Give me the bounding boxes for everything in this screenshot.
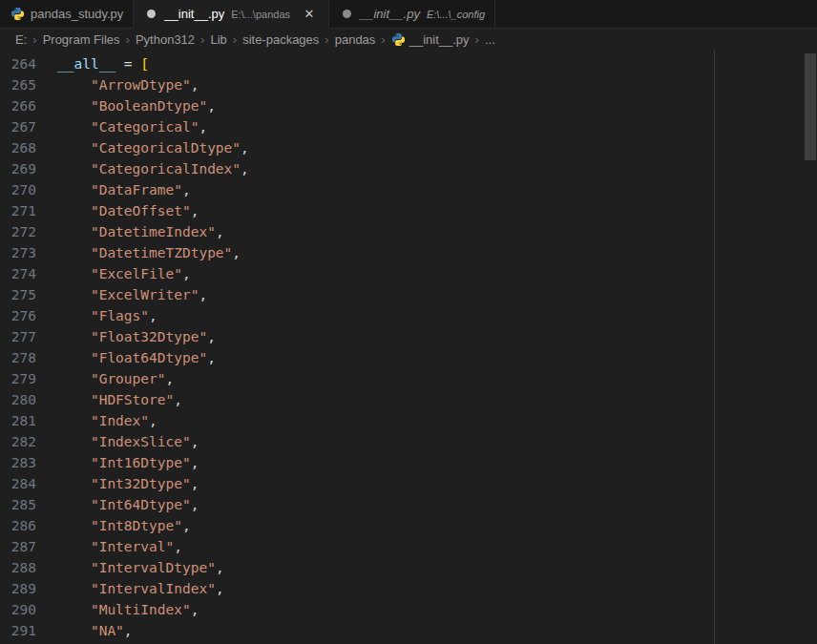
token-string: "Int8Dtype" xyxy=(91,518,182,533)
line-number[interactable]: 289 xyxy=(0,578,36,599)
line-number[interactable]: 284 xyxy=(0,473,36,494)
tab-detail: E:\...\_config xyxy=(427,9,485,20)
breadcrumb-item[interactable]: __init__.py xyxy=(389,32,471,47)
code-line[interactable]: 281 "Index", xyxy=(0,410,817,431)
line-number[interactable]: 265 xyxy=(0,74,36,95)
token-string: "DateOffset" xyxy=(91,203,191,218)
line-number[interactable]: 282 xyxy=(0,431,36,452)
code-line[interactable]: 275 "ExcelWriter", xyxy=(0,284,817,305)
tab-label: __init__.py xyxy=(164,7,224,21)
breadcrumb-label: site-packages xyxy=(242,32,319,47)
token-string: "IndexSlice" xyxy=(91,434,191,449)
token-plain: , xyxy=(232,245,241,260)
line-number[interactable]: 267 xyxy=(0,116,36,137)
line-number[interactable]: 290 xyxy=(0,599,36,620)
token-plain xyxy=(57,119,91,135)
code-text: "CategoricalDtype", xyxy=(36,137,249,158)
code-line[interactable]: 290 "MultiIndex", xyxy=(0,599,817,620)
code-text: "ArrowDtype", xyxy=(36,74,199,95)
breadcrumb-item[interactable]: Python312 xyxy=(134,32,197,47)
code-line[interactable]: 266 "BooleanDtype", xyxy=(0,95,817,116)
scrollbar-thumb[interactable] xyxy=(805,53,816,160)
line-number[interactable]: 272 xyxy=(0,221,36,242)
chevron-right-icon: › xyxy=(197,32,208,47)
code-line[interactable]: 291 "NA", xyxy=(0,620,817,641)
line-number[interactable]: 291 xyxy=(0,620,36,641)
line-number[interactable]: 273 xyxy=(0,242,36,263)
token-plain: , xyxy=(191,434,199,449)
scrollbar[interactable] xyxy=(804,50,817,644)
code-line[interactable]: 283 "Int16Dtype", xyxy=(0,452,817,473)
line-number[interactable]: 280 xyxy=(0,389,36,410)
code-line[interactable]: 289 "IntervalIndex", xyxy=(0,578,817,599)
token-plain xyxy=(57,560,91,575)
breadcrumb-item[interactable]: Lib xyxy=(208,32,228,47)
code-line[interactable]: 273 "DatetimeTZDtype", xyxy=(0,242,817,263)
code-line[interactable]: 276 "Flags", xyxy=(0,305,817,326)
token-plain xyxy=(57,350,91,365)
breadcrumb-item[interactable]: ... xyxy=(483,32,497,47)
code-line[interactable]: 287 "Interval", xyxy=(0,536,817,557)
code-line[interactable]: 280 "HDFStore", xyxy=(0,389,817,410)
close-icon[interactable]: ✕ xyxy=(300,5,319,24)
line-number[interactable]: 274 xyxy=(0,263,36,284)
tab-init-py-pandas[interactable]: __init__.py E:\...\pandas ✕ xyxy=(134,0,329,29)
line-number[interactable]: 271 xyxy=(0,200,36,221)
code-text: "Flags", xyxy=(36,305,157,326)
line-number[interactable]: 276 xyxy=(0,305,36,326)
code-line[interactable]: 285 "Int64Dtype", xyxy=(0,494,817,515)
code-line[interactable]: 272 "DatetimeIndex", xyxy=(0,221,817,242)
token-plain: , xyxy=(182,182,191,197)
code-line[interactable]: 264__all__ = [ xyxy=(0,53,817,74)
line-number[interactable]: 283 xyxy=(0,452,36,473)
code-line[interactable]: 279 "Grouper", xyxy=(0,368,817,389)
token-plain: , xyxy=(216,581,224,596)
line-number[interactable]: 287 xyxy=(0,536,36,557)
line-number[interactable]: 266 xyxy=(0,95,36,116)
line-number[interactable]: 288 xyxy=(0,557,36,578)
line-number[interactable]: 269 xyxy=(0,158,36,179)
tab-detail: E:\...\pandas xyxy=(231,9,290,20)
code-line[interactable]: 282 "IndexSlice", xyxy=(0,431,817,452)
token-string: "DatetimeTZDtype" xyxy=(91,245,232,260)
code-line[interactable]: 271 "DateOffset", xyxy=(0,200,817,221)
code-text: "DataFrame", xyxy=(36,179,191,200)
token-string: "DataFrame" xyxy=(91,182,182,197)
code-line[interactable]: 270 "DataFrame", xyxy=(0,179,817,200)
breadcrumb-item[interactable]: site-packages xyxy=(241,32,321,47)
code-line[interactable]: 286 "Int8Dtype", xyxy=(0,515,817,536)
token-string: "CategoricalDtype" xyxy=(91,140,241,156)
code-line[interactable]: 284 "Int32Dtype", xyxy=(0,473,817,494)
code-line[interactable]: 274 "ExcelFile", xyxy=(0,263,817,284)
code-line[interactable]: 278 "Float64Dtype", xyxy=(0,347,817,368)
line-number[interactable]: 279 xyxy=(0,368,36,389)
token-plain: , xyxy=(191,497,199,512)
code-line[interactable]: 265 "ArrowDtype", xyxy=(0,74,817,95)
line-number[interactable]: 281 xyxy=(0,410,36,431)
token-string: "Categorical" xyxy=(91,119,199,135)
code-line[interactable]: 288 "IntervalDtype", xyxy=(0,557,817,578)
line-number[interactable]: 270 xyxy=(0,179,36,200)
code-line[interactable]: 277 "Float32Dtype", xyxy=(0,326,817,347)
line-number[interactable]: 277 xyxy=(0,326,36,347)
code-text: "DateOffset", xyxy=(36,200,199,221)
token-string: "ExcelFile" xyxy=(91,266,182,281)
code-line[interactable]: 267 "Categorical", xyxy=(0,116,817,137)
line-number[interactable]: 264 xyxy=(0,53,36,74)
token-plain xyxy=(57,413,91,428)
line-number[interactable]: 278 xyxy=(0,347,36,368)
token-plain: , xyxy=(191,77,199,93)
breadcrumb-item[interactable]: Program Files xyxy=(41,32,122,47)
code-line[interactable]: 269 "CategoricalIndex", xyxy=(0,158,817,179)
tab-init-py-config[interactable]: __init__.py E:\...\_config xyxy=(329,0,495,28)
breadcrumb-item[interactable]: E: xyxy=(13,32,29,47)
line-number[interactable]: 285 xyxy=(0,494,36,515)
code-line[interactable]: 268 "CategoricalDtype", xyxy=(0,137,817,158)
line-number[interactable]: 268 xyxy=(0,137,36,158)
chevron-right-icon: › xyxy=(471,32,483,47)
tab-pandas-study-py[interactable]: pandas_study.py xyxy=(0,0,134,28)
line-number[interactable]: 275 xyxy=(0,284,36,305)
line-number[interactable]: 286 xyxy=(0,515,36,536)
tab-label: __init__.py xyxy=(360,7,420,21)
breadcrumb-item[interactable]: pandas xyxy=(333,32,378,47)
